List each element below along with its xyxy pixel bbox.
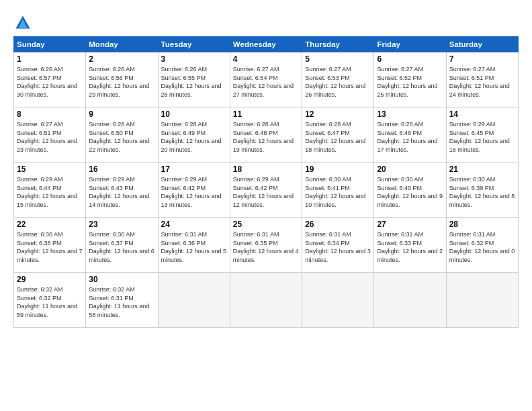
day-info: Sunrise: 6:29 AMSunset: 6:42 PMDaylight:… — [161, 175, 227, 209]
header-row: SundayMondayTuesdayWednesdayThursdayFrid… — [14, 37, 519, 52]
day-info: Sunrise: 6:29 AMSunset: 6:45 PMDaylight:… — [449, 120, 515, 154]
calendar-cell: 17 Sunrise: 6:29 AMSunset: 6:42 PMDaylig… — [158, 163, 230, 218]
calendar-cell: 6 Sunrise: 6:27 AMSunset: 6:52 PMDayligh… — [374, 52, 446, 107]
day-number: 25 — [233, 220, 299, 229]
day-number: 19 — [305, 165, 371, 174]
day-number: 4 — [233, 54, 299, 64]
day-number: 18 — [233, 165, 299, 174]
calendar-cell: 19 Sunrise: 6:30 AMSunset: 6:41 PMDaylig… — [302, 163, 374, 218]
day-number: 24 — [161, 220, 227, 229]
day-info: Sunrise: 6:31 AMSunset: 6:33 PMDaylight:… — [377, 230, 443, 264]
day-number: 15 — [17, 165, 83, 174]
day-number: 27 — [377, 220, 443, 229]
calendar-table: SundayMondayTuesdayWednesdayThursdayFrid… — [13, 36, 519, 328]
calendar-cell: 4 Sunrise: 6:27 AMSunset: 6:54 PMDayligh… — [230, 52, 302, 107]
calendar-cell: 30 Sunrise: 6:32 AMSunset: 6:31 PMDaylig… — [86, 273, 158, 328]
day-info: Sunrise: 6:28 AMSunset: 6:50 PMDaylight:… — [89, 120, 154, 154]
weekday-header: Tuesday — [158, 37, 230, 52]
calendar-cell: 18 Sunrise: 6:29 AMSunset: 6:42 PMDaylig… — [230, 163, 302, 218]
calendar-cell: 22 Sunrise: 6:30 AMSunset: 6:38 PMDaylig… — [14, 218, 86, 273]
day-info: Sunrise: 6:30 AMSunset: 6:37 PMDaylight:… — [89, 230, 154, 264]
logo — [13, 13, 35, 32]
calendar-cell — [302, 273, 374, 328]
day-number: 22 — [17, 220, 83, 229]
day-info: Sunrise: 6:27 AMSunset: 6:53 PMDaylight:… — [305, 65, 371, 99]
weekday-header: Wednesday — [230, 37, 302, 52]
day-number: 16 — [89, 165, 154, 174]
calendar-cell: 14 Sunrise: 6:29 AMSunset: 6:45 PMDaylig… — [446, 107, 518, 163]
calendar-cell: 7 Sunrise: 6:27 AMSunset: 6:51 PMDayligh… — [446, 52, 518, 107]
weekday-header: Thursday — [302, 37, 374, 52]
day-number: 14 — [449, 109, 515, 119]
day-info: Sunrise: 6:30 AMSunset: 6:41 PMDaylight:… — [305, 175, 371, 209]
weekday-header: Monday — [86, 37, 158, 52]
day-info: Sunrise: 6:32 AMSunset: 6:32 PMDaylight:… — [17, 285, 83, 319]
calendar-cell: 1 Sunrise: 6:26 AMSunset: 6:57 PMDayligh… — [14, 52, 86, 107]
day-info: Sunrise: 6:28 AMSunset: 6:49 PMDaylight:… — [161, 120, 227, 154]
calendar-cell: 21 Sunrise: 6:30 AMSunset: 6:39 PMDaylig… — [446, 163, 518, 218]
day-info: Sunrise: 6:26 AMSunset: 6:56 PMDaylight:… — [89, 65, 154, 99]
logo-icon — [13, 13, 32, 32]
calendar-cell: 2 Sunrise: 6:26 AMSunset: 6:56 PMDayligh… — [86, 52, 158, 107]
calendar-cell: 26 Sunrise: 6:31 AMSunset: 6:34 PMDaylig… — [302, 218, 374, 273]
day-number: 28 — [449, 220, 515, 229]
calendar-cell: 20 Sunrise: 6:30 AMSunset: 6:40 PMDaylig… — [374, 163, 446, 218]
day-info: Sunrise: 6:29 AMSunset: 6:43 PMDaylight:… — [89, 175, 154, 209]
day-number: 12 — [305, 109, 371, 119]
calendar-page: SundayMondayTuesdayWednesdayThursdayFrid… — [0, 0, 532, 411]
day-info: Sunrise: 6:32 AMSunset: 6:31 PMDaylight:… — [89, 285, 154, 319]
day-number: 7 — [449, 54, 515, 64]
calendar-cell: 25 Sunrise: 6:31 AMSunset: 6:35 PMDaylig… — [230, 218, 302, 273]
weekday-header: Saturday — [446, 37, 518, 52]
day-number: 26 — [305, 220, 371, 229]
day-info: Sunrise: 6:29 AMSunset: 6:44 PMDaylight:… — [17, 175, 83, 209]
day-info: Sunrise: 6:27 AMSunset: 6:51 PMDaylight:… — [17, 120, 83, 154]
day-number: 3 — [161, 54, 227, 64]
calendar-cell: 15 Sunrise: 6:29 AMSunset: 6:44 PMDaylig… — [14, 163, 86, 218]
calendar-cell: 27 Sunrise: 6:31 AMSunset: 6:33 PMDaylig… — [374, 218, 446, 273]
calendar-cell: 8 Sunrise: 6:27 AMSunset: 6:51 PMDayligh… — [14, 107, 86, 163]
calendar-cell: 11 Sunrise: 6:28 AMSunset: 6:48 PMDaylig… — [230, 107, 302, 163]
day-number: 8 — [17, 109, 83, 119]
day-info: Sunrise: 6:27 AMSunset: 6:51 PMDaylight:… — [449, 65, 515, 99]
header-area — [13, 11, 519, 32]
day-info: Sunrise: 6:26 AMSunset: 6:55 PMDaylight:… — [161, 65, 227, 99]
calendar-cell: 5 Sunrise: 6:27 AMSunset: 6:53 PMDayligh… — [302, 52, 374, 107]
weekday-header: Sunday — [14, 37, 86, 52]
calendar-cell: 3 Sunrise: 6:26 AMSunset: 6:55 PMDayligh… — [158, 52, 230, 107]
calendar-cell: 16 Sunrise: 6:29 AMSunset: 6:43 PMDaylig… — [86, 163, 158, 218]
day-number: 13 — [377, 109, 443, 119]
day-info: Sunrise: 6:28 AMSunset: 6:47 PMDaylight:… — [305, 120, 371, 154]
day-number: 29 — [17, 275, 83, 284]
calendar-cell — [158, 273, 230, 328]
day-info: Sunrise: 6:27 AMSunset: 6:52 PMDaylight:… — [377, 65, 443, 99]
day-info: Sunrise: 6:31 AMSunset: 6:32 PMDaylight:… — [449, 230, 515, 264]
day-number: 1 — [17, 54, 83, 64]
calendar-week-row: 15 Sunrise: 6:29 AMSunset: 6:44 PMDaylig… — [14, 163, 519, 218]
calendar-cell: 24 Sunrise: 6:31 AMSunset: 6:36 PMDaylig… — [158, 218, 230, 273]
day-number: 20 — [377, 165, 443, 174]
calendar-cell: 9 Sunrise: 6:28 AMSunset: 6:50 PMDayligh… — [86, 107, 158, 163]
calendar-cell: 28 Sunrise: 6:31 AMSunset: 6:32 PMDaylig… — [446, 218, 518, 273]
day-info: Sunrise: 6:31 AMSunset: 6:36 PMDaylight:… — [161, 230, 227, 264]
day-info: Sunrise: 6:30 AMSunset: 6:38 PMDaylight:… — [17, 230, 83, 264]
weekday-header: Friday — [374, 37, 446, 52]
day-number: 6 — [377, 54, 443, 64]
calendar-cell — [230, 273, 302, 328]
day-info: Sunrise: 6:31 AMSunset: 6:35 PMDaylight:… — [233, 230, 299, 264]
day-info: Sunrise: 6:28 AMSunset: 6:46 PMDaylight:… — [377, 120, 443, 154]
day-number: 9 — [89, 109, 154, 119]
day-number: 5 — [305, 54, 371, 64]
day-number: 17 — [161, 165, 227, 174]
day-number: 10 — [161, 109, 227, 119]
day-number: 2 — [89, 54, 154, 64]
day-number: 11 — [233, 109, 299, 119]
day-number: 23 — [89, 220, 154, 229]
calendar-cell: 29 Sunrise: 6:32 AMSunset: 6:32 PMDaylig… — [14, 273, 86, 328]
calendar-week-row: 1 Sunrise: 6:26 AMSunset: 6:57 PMDayligh… — [14, 52, 519, 107]
calendar-week-row: 29 Sunrise: 6:32 AMSunset: 6:32 PMDaylig… — [14, 273, 519, 328]
calendar-cell: 23 Sunrise: 6:30 AMSunset: 6:37 PMDaylig… — [86, 218, 158, 273]
day-info: Sunrise: 6:27 AMSunset: 6:54 PMDaylight:… — [233, 65, 299, 99]
day-info: Sunrise: 6:28 AMSunset: 6:48 PMDaylight:… — [233, 120, 299, 154]
day-info: Sunrise: 6:31 AMSunset: 6:34 PMDaylight:… — [305, 230, 371, 264]
